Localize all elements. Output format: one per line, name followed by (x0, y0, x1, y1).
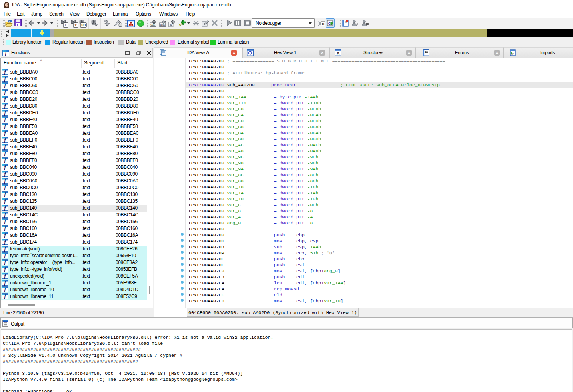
svg-text:C: C (322, 22, 325, 26)
svg-text:A: A (170, 23, 172, 27)
svg-text:DATA: DATA (160, 24, 165, 26)
svg-text:A: A (337, 51, 339, 56)
svg-text:T: T (74, 23, 77, 27)
svg-text:CODE: CODE (150, 24, 155, 26)
svg-text:101: 101 (81, 23, 86, 27)
